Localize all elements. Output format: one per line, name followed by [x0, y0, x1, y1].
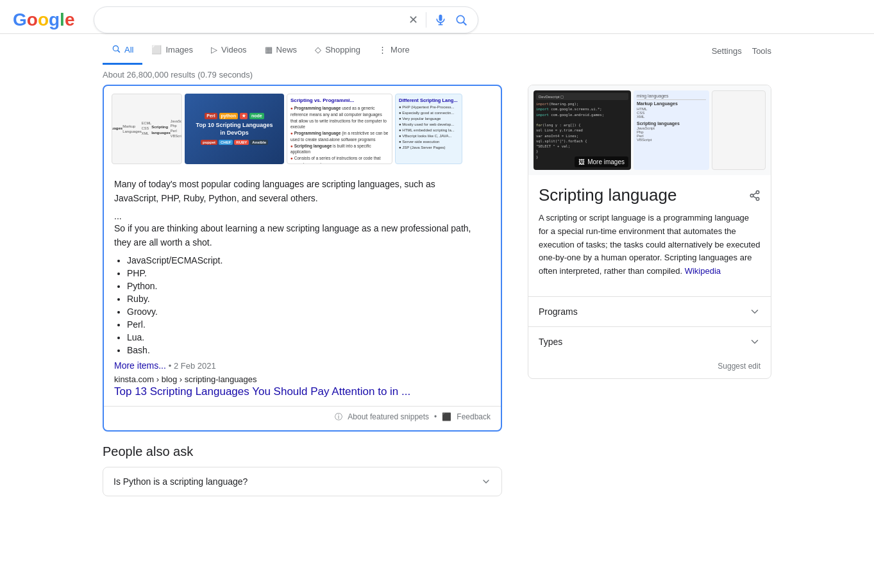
img1-content: nguages: [112, 126, 122, 131]
tab-videos-label: Videos: [221, 45, 247, 55]
tab-news[interactable]: ▦ News: [256, 37, 307, 64]
snippet-title-link[interactable]: Top 13 Scripting Languages You Should Pa…: [114, 385, 410, 398]
google-logo[interactable]: Google: [13, 10, 74, 30]
tab-more-label: More: [391, 45, 410, 55]
people-also-ask: People also ask Is Python is a scripting…: [103, 444, 502, 496]
chevron-down-icon: [481, 476, 491, 487]
nav-settings: Settings Tools: [712, 38, 771, 63]
videos-icon: ▷: [211, 45, 217, 55]
list-item: JavaScript/ECMAScript.: [127, 255, 491, 265]
logo-letter-e: e: [65, 10, 75, 30]
kp-suggest-edit[interactable]: Suggest edit: [528, 357, 771, 378]
snippet-ellipsis: ...: [114, 211, 491, 221]
about-snippets-link[interactable]: About featured snippets: [348, 412, 429, 421]
news-icon: ▦: [265, 45, 273, 55]
tab-videos[interactable]: ▷ Videos: [202, 37, 256, 64]
snippet-body: Many of today's most popular coding lang…: [104, 169, 501, 406]
list-item: Groovy.: [127, 307, 491, 317]
results-count: About 26,800,000 results (0.79 seconds): [0, 65, 874, 85]
tools-link[interactable]: Tools: [752, 46, 771, 56]
list-item: Perl.: [127, 319, 491, 330]
svg-point-7: [756, 190, 759, 194]
nav-tabs: All ⬜ Images ▷ Videos ▦ News ◇ Shopping …: [0, 37, 874, 65]
snippet-list: JavaScript/ECMAScript. PHP. Python. Ruby…: [127, 255, 491, 355]
snippet-image-1[interactable]: nguages Markup Languages ECMLCSSXML Scri…: [112, 94, 182, 164]
feedback-icon: ⬛: [442, 412, 451, 421]
header: Google scripting languages ✕: [0, 0, 874, 34]
svg-line-4: [464, 22, 467, 26]
ask-item-1[interactable]: Is Python is a scripting language?: [103, 467, 502, 496]
voice-search-button[interactable]: [434, 13, 447, 26]
more-images-label: More images: [587, 158, 625, 165]
img4-title: Different Scripting Lang...: [399, 97, 458, 103]
kp-section-types[interactable]: Types: [528, 326, 771, 357]
search-icons: ✕: [408, 12, 467, 28]
tab-more[interactable]: ⋮ More: [369, 37, 419, 64]
kp-img3-title-inner: Scripting languages: [637, 121, 706, 126]
list-item: Bash.: [127, 345, 491, 355]
snippet-images-row: nguages Markup Languages ECMLCSSXML Scri…: [104, 86, 501, 169]
svg-point-5: [113, 46, 118, 51]
more-items-link[interactable]: More items...: [114, 360, 166, 371]
more-icon: ⋮: [378, 45, 387, 55]
knowledge-panel-card: DevDescript ◻ import(Hearing.png); impor…: [528, 85, 771, 379]
tab-all[interactable]: All: [103, 37, 142, 65]
svg-point-8: [750, 194, 753, 197]
search-bar: scripting languages ✕: [94, 6, 478, 33]
microphone-icon: [434, 13, 447, 26]
search-submit-button[interactable]: [455, 13, 467, 26]
list-item: Ruby.: [127, 294, 491, 304]
kp-img2-subtitle: ming languages: [637, 94, 706, 98]
kp-wikipedia-link[interactable]: Wikipedia: [685, 266, 721, 276]
images-icon: ⬜: [151, 45, 162, 55]
tab-shopping-label: Shopping: [325, 45, 360, 55]
kp-share-button[interactable]: [749, 190, 761, 201]
tab-news-label: News: [276, 45, 298, 55]
logo-letter-o1: o: [27, 10, 38, 30]
snippet-image-3[interactable]: Scripting vs. Programmi... ● Programming…: [287, 94, 392, 164]
logo-letter-o2: o: [38, 10, 49, 30]
kp-section-programs[interactable]: Programs: [528, 296, 771, 326]
share-icon: [749, 190, 761, 201]
img2-logos: Perl python ★ node: [205, 113, 264, 119]
search-icon: [455, 13, 467, 26]
logo-letter-g: G: [13, 10, 27, 30]
knowledge-panel: DevDescript ◻ import(Hearing.png); impor…: [528, 85, 771, 499]
tab-shopping[interactable]: ◇ Shopping: [306, 37, 369, 64]
search-divider: [426, 12, 426, 28]
kp-img2-title: Markup Languages: [637, 101, 706, 106]
kp-image-code[interactable]: DevDescript ◻ import(Hearing.png); impor…: [534, 90, 631, 170]
snippet-date: • 2 Feb 2021: [169, 361, 216, 371]
snippet-description: Many of today's most popular coding lang…: [114, 177, 491, 206]
svg-line-6: [118, 51, 120, 53]
shopping-icon: ◇: [315, 45, 321, 55]
kp-body: Scripting language A scripting or script…: [528, 175, 771, 296]
svg-point-9: [756, 197, 759, 201]
more-images-button[interactable]: 🖼 More images: [575, 156, 628, 167]
settings-link[interactable]: Settings: [712, 46, 742, 56]
logo-letter-g2: g: [49, 10, 60, 30]
feedback-link[interactable]: Feedback: [457, 412, 491, 421]
list-item: Lua.: [127, 332, 491, 342]
kp-image-markup[interactable]: ming languages Markup Languages HTMLCSSX…: [634, 90, 709, 170]
image-icon: 🖼: [578, 158, 585, 165]
snippet-image-4[interactable]: Different Scripting Lang... ● PHP (Hyper…: [395, 94, 462, 164]
svg-line-10: [753, 196, 756, 198]
tab-images[interactable]: ⬜ Images: [142, 37, 202, 64]
img3-title: Scripting vs. Programmi...: [290, 97, 389, 103]
list-item: Python.: [127, 281, 491, 291]
clear-search-button[interactable]: ✕: [408, 13, 418, 27]
kp-title: Scripting language: [539, 185, 677, 205]
search-input[interactable]: scripting languages: [105, 14, 402, 26]
kp-images-row: DevDescript ◻ import(Hearing.png); impor…: [528, 85, 771, 175]
kp-title-row: Scripting language: [539, 185, 761, 205]
chevron-down-icon: [749, 306, 761, 317]
snippet-image-2[interactable]: Perl python ★ node Top 10 Scripting Lang…: [185, 94, 284, 164]
ask-question-1: Is Python is a scripting language?: [113, 476, 248, 487]
footer-dot: •: [434, 412, 437, 421]
featured-snippet: nguages Markup Languages ECMLCSSXML Scri…: [103, 85, 502, 432]
kp-image-3[interactable]: [712, 90, 766, 170]
tab-images-label: Images: [165, 45, 193, 55]
img2-title: Top 10 Scripting Languagesin DevOps: [196, 122, 273, 137]
results-column: nguages Markup Languages ECMLCSSXML Scri…: [103, 85, 502, 499]
